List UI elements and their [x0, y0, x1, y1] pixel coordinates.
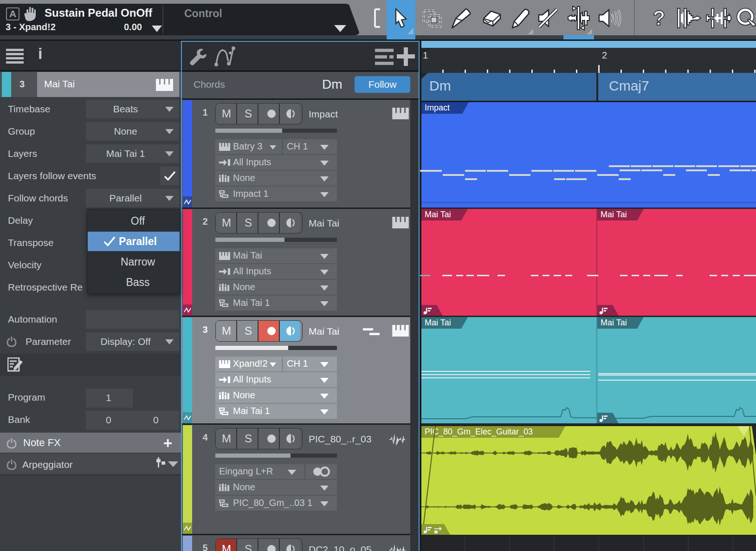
svg-text:?: ? [653, 7, 666, 29]
